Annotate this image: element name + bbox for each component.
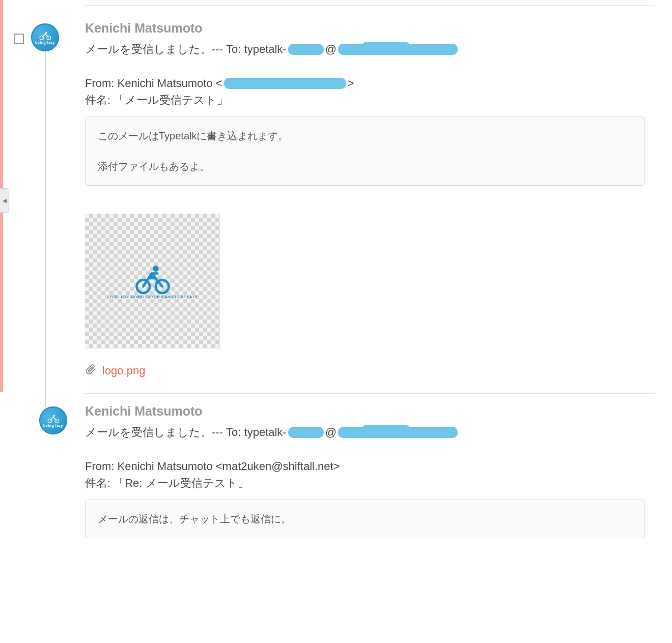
text-segment: @ bbox=[325, 424, 337, 441]
avatar[interactable]: being lazy bbox=[31, 23, 59, 51]
message-line-to: メールを受信しました。--- To: typetalk- @ bbox=[85, 41, 655, 57]
svg-point-8 bbox=[53, 415, 55, 416]
paperclip-icon bbox=[85, 364, 96, 378]
redacted-segment bbox=[288, 427, 324, 438]
avatar[interactable]: being lazy bbox=[39, 406, 67, 434]
message-line-subject: 件名: 「メール受信テスト」 bbox=[85, 92, 655, 108]
message-line-from: From: Kenichi Matsumoto < > bbox=[85, 75, 655, 92]
attachment-preview[interactable]: I FEEL LIKE GOING FURTHER AND TO BE LAZY bbox=[85, 214, 220, 348]
chat-message: being lazy Kenichi Matsumoto メールを受信しました。… bbox=[9, 394, 655, 569]
quote-line: このメールはTypetalkに書き込まれます。 bbox=[98, 127, 632, 144]
quoted-body: このメールはTypetalkに書き込まれます。 添付ファイルもあるよ。 bbox=[85, 116, 645, 186]
text-segment: @ bbox=[325, 41, 337, 57]
attachment-filename: logo.png bbox=[102, 364, 145, 377]
collapse-sidebar-tab[interactable]: ◀ bbox=[0, 188, 9, 213]
redacted-segment bbox=[338, 44, 458, 55]
svg-point-2 bbox=[45, 32, 47, 33]
divider bbox=[85, 569, 655, 569]
message-line-subject: 件名: 「Re: メール受信テスト」 bbox=[85, 475, 655, 491]
preview-caption: I FEEL LIKE GOING FURTHER AND TO BE LAZY bbox=[107, 295, 198, 299]
attachment-link[interactable]: logo.png bbox=[85, 364, 655, 378]
text-segment: From: Kenichi Matsumoto < bbox=[85, 75, 222, 92]
svg-point-5 bbox=[153, 266, 159, 272]
redacted-segment bbox=[288, 44, 324, 55]
bike-icon bbox=[39, 31, 52, 40]
message-thread: being lazy Kenichi Matsumoto メールを受信しました。… bbox=[9, 0, 672, 569]
message-line-from: From: Kenichi Matsumoto <mat2uken@shifta… bbox=[85, 458, 655, 475]
quoted-body: メールの返信は、チャット上でも返信に。 bbox=[85, 500, 645, 538]
quote-line: 添付ファイルもあるよ。 bbox=[98, 158, 632, 175]
avatar-label: being lazy bbox=[35, 41, 55, 44]
avatar-label: being lazy bbox=[43, 424, 63, 427]
chat-message: being lazy Kenichi Matsumoto メールを受信しました。… bbox=[9, 6, 655, 394]
author-name: Kenichi Matsumoto bbox=[85, 21, 655, 36]
message-line-to: メールを受信しました。--- To: typetalk- @ bbox=[85, 424, 655, 441]
redacted-segment bbox=[338, 427, 458, 438]
author-name: Kenichi Matsumoto bbox=[85, 404, 655, 419]
thread-connector bbox=[45, 51, 46, 407]
text-segment: > bbox=[348, 75, 354, 92]
select-message-checkbox[interactable] bbox=[14, 34, 24, 44]
redacted-segment bbox=[224, 78, 346, 89]
preview-content: I FEEL LIKE GOING FURTHER AND TO BE LAZY bbox=[107, 264, 198, 299]
bike-icon bbox=[135, 264, 171, 294]
bike-icon bbox=[47, 414, 60, 423]
text-segment: メールを受信しました。--- To: typetalk- bbox=[85, 424, 287, 441]
quote-line: メールの返信は、チャット上でも返信に。 bbox=[98, 510, 632, 528]
text-segment: メールを受信しました。--- To: typetalk- bbox=[85, 41, 287, 57]
